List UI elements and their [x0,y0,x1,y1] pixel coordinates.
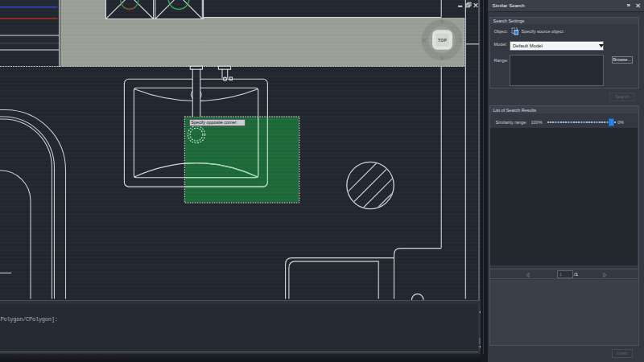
svg-text:N: N [440,19,444,24]
svg-text:TOP: TOP [438,38,447,43]
svg-text:W: W [422,38,427,43]
svg-text:S: S [440,56,444,60]
svg-text:E: E [459,38,462,43]
